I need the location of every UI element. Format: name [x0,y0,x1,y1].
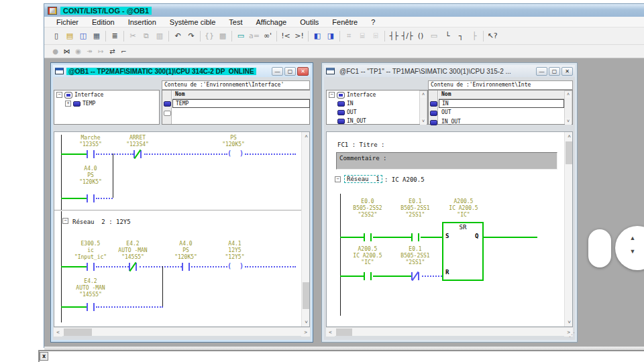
scrollbar-thumb[interactable] [336,328,352,336]
fc1-titlebar[interactable]: @FC1 -- "TP1" -- TP1MAF\SIMATIC 300(1)\C… [324,65,575,77]
undo-icon[interactable]: ↶ [171,30,184,42]
bottom-pane-close-button[interactable]: x [40,352,48,361]
contact-label[interactable]: E0.0 B505-2SS2 "2SS2" [353,198,382,219]
paste-icon[interactable]: ▥ [153,30,166,42]
redo-icon[interactable]: ↷ [184,30,198,42]
monitor-block-icon[interactable]: ⌐ [118,46,129,56]
cut-icon[interactable]: ✂ [126,30,140,42]
coil-label[interactable]: PS "120K5" [222,135,245,148]
coil-label[interactable]: A4.1 12Y5 "12Y5" [225,241,245,261]
reference-data-icon[interactable]: ▩ [216,30,229,42]
table-row-in[interactable]: IN [439,99,564,108]
print-icon[interactable]: ≣ [108,30,121,42]
goto-prev-error-icon[interactable]: !< [279,30,292,42]
menu-item[interactable]: Insertion [121,18,163,26]
table-scrollbar[interactable]: ˄ ˅ [564,90,572,124]
table-row-temp[interactable]: TEMP [172,99,310,108]
resume-icon[interactable]: ↠ [84,46,95,56]
scroll-right-icon[interactable]: ˃ [301,328,310,337]
network1-label-selected[interactable]: Réseau 1 [344,175,382,183]
close-branch-icon[interactable]: ┐ [454,30,468,42]
block-label[interactable]: A200.5 IC A200.5 "IC" [449,198,478,219]
scrollbar-thumb[interactable] [303,282,310,309]
menu-item[interactable]: ? [364,18,382,26]
contact-no-icon[interactable]: ┤├ [387,30,400,42]
scroll-up-icon[interactable]: ˄ [302,132,310,141]
contact-label[interactable]: Marche "123S5" [79,135,102,148]
step-statement-icon[interactable]: ↦ [95,46,107,56]
tree-item-interface[interactable]: − Interface [54,90,159,99]
scroll-left-icon[interactable]: ˂ [54,328,62,337]
scroll-down-icon[interactable]: ˅ [565,118,572,125]
tree-item-out[interactable]: OUT [327,108,427,117]
network2-header[interactable]: Réseau 2 : 12Y5 [72,219,131,225]
collapse-icon[interactable]: − [62,218,68,224]
goto-next-error-icon[interactable]: >! [292,30,306,42]
vertical-scrollbar[interactable]: ˄ ˅ [301,132,310,326]
horizontal-scrollbar[interactable]: ˂ ˃ [326,327,573,336]
network-symbols-icon[interactable]: ⌹ [369,30,382,42]
table-row-inout[interactable]: IN_OUT [439,118,564,127]
column-header-nom[interactable]: Nom [172,90,310,99]
menu-item[interactable]: Affichage [250,18,294,26]
menu-item[interactable]: Outils [293,18,325,26]
scroll-down-icon[interactable]: ˅ [302,318,310,326]
contact-label[interactable]: E0.1 B505-2SS1 "2SS1" [400,198,429,219]
tree-item-temp[interactable]: + TEMP [54,99,159,108]
scroll-down-icon[interactable]: ˅ [420,118,427,125]
coil-symbol[interactable]: ( ) [227,150,246,157]
scroll-left-icon[interactable]: ˂ [326,328,335,337]
contact-label[interactable]: A4.0 PS "120K5" [174,241,197,261]
contact-nc-icon[interactable]: ┤/├ [400,30,414,42]
maximize-button[interactable]: ▢ [549,67,560,76]
help-select-icon[interactable]: ↖? [486,30,499,42]
resize-grip-icon[interactable]: ⋰ [569,331,575,338]
scrollbar-thumb[interactable] [64,328,92,336]
network1-title[interactable]: : IC A200.5 [384,176,425,183]
new-network-icon[interactable]: ⌗ [342,30,356,42]
menu-item[interactable]: Système cible [163,18,222,26]
call-structure-icon[interactable]: {} [203,30,216,42]
split-window-icon[interactable]: ◧ [311,30,324,42]
tree-item-inout[interactable]: IN_OUT [327,117,427,125]
overlay-scroll-control[interactable]: ▲ ▼ [615,226,644,270]
contact-label[interactable]: E300.5 ic "Input_ic" [74,241,107,261]
network-station-icon[interactable]: ◫ [76,30,90,42]
tree-scrollbar[interactable]: ˄ ˅ [419,90,427,124]
scrollbar-thumb[interactable] [566,141,573,164]
close-button[interactable]: ✕ [297,67,309,76]
coil-icon[interactable]: () [414,30,427,42]
app-titlebar[interactable]: CONT/LIST/LOG - @OB1 [44,4,644,17]
open-branch-icon[interactable]: └ [441,30,454,42]
column-header-nom[interactable]: Nom [439,90,564,99]
close-button[interactable]: ✕ [561,67,573,76]
contact-label[interactable]: ARRET "123S4" [126,135,149,148]
collapse-icon[interactable]: − [329,92,335,98]
contact-label[interactable]: E4.2 AUTO -MAN "145S5" [118,241,147,261]
network-list-icon[interactable]: ⌸ [356,30,369,42]
spin-up-icon[interactable]: ▲ [626,235,639,241]
breakpoint-set-icon[interactable]: ● [50,46,61,56]
minimize-button[interactable]: — [536,67,547,76]
contact-label[interactable]: A200.5 IC A200.5 "IC" [353,246,382,266]
spin-down-icon[interactable]: ▼ [626,248,639,255]
coil-symbol[interactable]: ( ) [227,263,246,269]
table-row-out[interactable]: OUT [439,109,564,117]
table-row-empty[interactable] [172,109,310,117]
monitor-glasses-icon[interactable]: ∞' [261,30,274,42]
vertical-scrollbar[interactable]: ˄ ˅ [564,132,573,326]
overlay-handle[interactable] [588,229,611,267]
scroll-down-icon[interactable]: ˅ [565,318,573,326]
menu-item[interactable]: Fenêtre [325,18,364,26]
new-file-icon[interactable]: ▯ [50,30,63,42]
contact-label[interactable]: A4.0 PS "120K5" [79,166,102,186]
block-comment-box[interactable]: Commentaire : [336,152,557,170]
minimize-button[interactable]: — [272,67,283,76]
open-file-icon[interactable]: ▤ [63,30,76,42]
collapse-icon[interactable]: − [335,176,341,182]
breakpoints-active-icon[interactable]: ◉ [72,46,84,56]
tree-item-interface[interactable]: − Interface [327,90,427,99]
ob1-titlebar[interactable]: @OB1 -- TP2MAF\SIMATIC 300(1)\CPU 314C-2… [53,65,311,77]
copy-icon[interactable]: ⧉ [140,30,153,42]
breakpoints-delete-icon[interactable]: ⋈ [61,46,72,56]
